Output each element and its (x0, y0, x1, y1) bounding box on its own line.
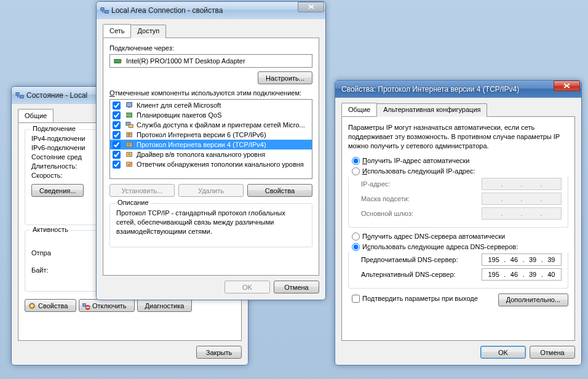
lbl-subnet: Маска подсети: (361, 195, 478, 202)
radio-dns-auto[interactable] (352, 233, 360, 241)
lbl-components: Отмеченные компоненты используются этим … (109, 89, 312, 97)
configure-button[interactable]: Настроить... (258, 71, 312, 84)
close-icon[interactable] (298, 2, 324, 12)
svg-rect-14 (126, 114, 127, 116)
radio-dns-manual[interactable] (352, 243, 360, 251)
radio-ip-auto[interactable] (352, 157, 360, 165)
component-checkbox[interactable] (113, 151, 121, 159)
qos-icon (125, 111, 134, 119)
svg-rect-11 (127, 103, 132, 107)
component-checkbox[interactable] (113, 131, 121, 139)
item-properties-button[interactable]: Свойства (247, 184, 312, 197)
component-item[interactable]: Планировщик пакетов QoS (110, 110, 312, 120)
uninstall-button[interactable]: Удалить (178, 184, 244, 197)
protocol-icon (125, 140, 134, 149)
tabs-lac: Сеть Доступ (103, 24, 319, 38)
lbl-ip-auto: Получить IP-адрес автоматически (362, 157, 469, 164)
svg-rect-8 (105, 10, 108, 13)
component-item[interactable]: Ответчик обнаружения топологии канальног… (110, 159, 312, 169)
tab-alt-config[interactable]: Альтернативная конфигурация (376, 103, 487, 117)
tab-network[interactable]: Сеть (103, 24, 131, 38)
lbl-speed: Скорость: (31, 172, 63, 179)
lbl-gateway: Основной шлюз: (361, 210, 478, 217)
close-button[interactable]: Закрыть (196, 346, 242, 359)
client-icon (125, 101, 134, 110)
input-dns1[interactable]: 195. 46. 39. 39 (482, 253, 562, 266)
install-button[interactable]: Установить... (109, 184, 175, 197)
component-label: Протокол Интернета версии 6 (TCP/IPv6) (137, 131, 266, 138)
groupbox-ip-fields: IP-адрес: ... Маска подсети: ... Основно… (348, 177, 568, 228)
cancel-button[interactable]: Отмена (530, 346, 575, 359)
svg-rect-10 (121, 60, 122, 62)
svg-rect-12 (128, 107, 130, 108)
driver-icon (125, 150, 134, 159)
disable-icon (82, 301, 90, 310)
tab-general-ipv4[interactable]: Общие (341, 103, 377, 116)
cancel-button[interactable]: Отмена (274, 281, 319, 293)
component-checkbox[interactable] (113, 141, 121, 149)
properties-button[interactable]: Свойства (25, 299, 76, 312)
component-checkbox[interactable] (113, 161, 121, 169)
window-lac-properties: Local Area Connection - свойства Сеть До… (96, 1, 326, 300)
dns2-a: 195 (487, 271, 500, 278)
svg-rect-1 (20, 95, 23, 98)
svg-rect-4 (83, 303, 85, 306)
lbl-dns1: Предпочитаемый DNS-сервер: (361, 256, 478, 263)
network-icon (15, 91, 24, 100)
component-checkbox[interactable] (113, 102, 121, 110)
gear-icon (28, 301, 36, 310)
disable-button[interactable]: Отключить (79, 299, 135, 312)
adapter-icon (114, 57, 122, 65)
dns2-b: 46 (509, 271, 519, 278)
tab-panel-lac: Подключение через: Intel(R) PRO/1000 MT … (103, 38, 319, 276)
network-icon (100, 6, 109, 15)
ok-button[interactable]: OK (480, 346, 526, 359)
component-item[interactable]: Клиент для сетей Microsoft (110, 100, 312, 110)
lbl-dns-manual: Использовать следующие адреса DNS-сервер… (362, 243, 518, 250)
svg-rect-16 (129, 124, 133, 127)
adapter-name: Intel(R) PRO/1000 MT Desktop Adapter (126, 57, 245, 65)
dns1-a: 195 (487, 256, 500, 263)
dns2-c: 39 (528, 271, 538, 278)
window-ipv4-properties: Свойства: Протокол Интернета версии 4 (T… (335, 80, 582, 365)
responder-icon (125, 160, 134, 169)
input-ip-address: ... (482, 178, 562, 190)
input-dns2[interactable]: 195. 46. 39. 40 (482, 268, 562, 281)
lbl-ip-address: IP-адрес: (361, 180, 478, 188)
tab-general-status[interactable]: Общие (18, 109, 54, 122)
diagnose-button[interactable]: Диагностика (137, 299, 193, 312)
dns1-b: 46 (509, 256, 519, 263)
lbl-validate: Подтвердить параметры при выходе (362, 295, 478, 302)
close-icon[interactable] (554, 81, 580, 91)
component-item[interactable]: Протокол Интернета версии 6 (TCP/IPv6) (110, 130, 312, 140)
groupbox-activity-title: Активность (30, 226, 71, 233)
svg-point-3 (31, 305, 33, 307)
titlebar-lac[interactable]: Local Area Connection - свойства (97, 2, 325, 19)
tab-access[interactable]: Доступ (130, 25, 166, 38)
lbl-dns2: Альтернативный DNS-сервер: (361, 271, 478, 278)
adapter-box: Intel(R) PRO/1000 MT Desktop Adapter (109, 54, 312, 68)
fileshare-icon (125, 121, 134, 129)
details-button[interactable]: Сведения... (31, 184, 84, 197)
component-checkbox[interactable] (113, 111, 121, 119)
lac-title: Local Area Connection - свойства (111, 6, 298, 15)
lbl-ip-manual: Использовать следующий IP-адрес: (362, 167, 475, 175)
component-item-selected[interactable]: Протокол Интернета версии 4 (TCP/IPv4) (110, 140, 312, 150)
svg-rect-13 (127, 113, 132, 118)
chk-validate[interactable] (352, 295, 360, 303)
component-item[interactable]: Драйвер в/в тополога канального уровня (110, 150, 312, 159)
component-checkbox[interactable] (113, 121, 121, 129)
ipv4-title: Свойства: Протокол Интернета версии 4 (T… (339, 85, 554, 94)
lbl-ipv6: IPv6-подключени (31, 144, 85, 151)
lbl-dns-auto: Получить адрес DNS-сервера автоматически (362, 233, 505, 240)
desc-text: Протокол TCP/IP - стандартный протокол г… (116, 209, 306, 236)
component-item[interactable]: Служба доступа к файлам и принтерам сете… (110, 120, 312, 130)
ok-button[interactable]: OK (224, 281, 270, 293)
advanced-button[interactable]: Дополнительно... (498, 293, 568, 306)
component-label: Планировщик пакетов QoS (137, 111, 222, 119)
groupbox-dns-fields: Предпочитаемый DNS-сервер: 195. 46. 39. … (348, 252, 568, 289)
radio-ip-manual[interactable] (352, 167, 360, 175)
disable-label: Отключить (92, 302, 127, 309)
component-list[interactable]: Клиент для сетей Microsoft Планировщик п… (109, 99, 312, 179)
titlebar-ipv4[interactable]: Свойства: Протокол Интернета версии 4 (T… (335, 81, 581, 98)
